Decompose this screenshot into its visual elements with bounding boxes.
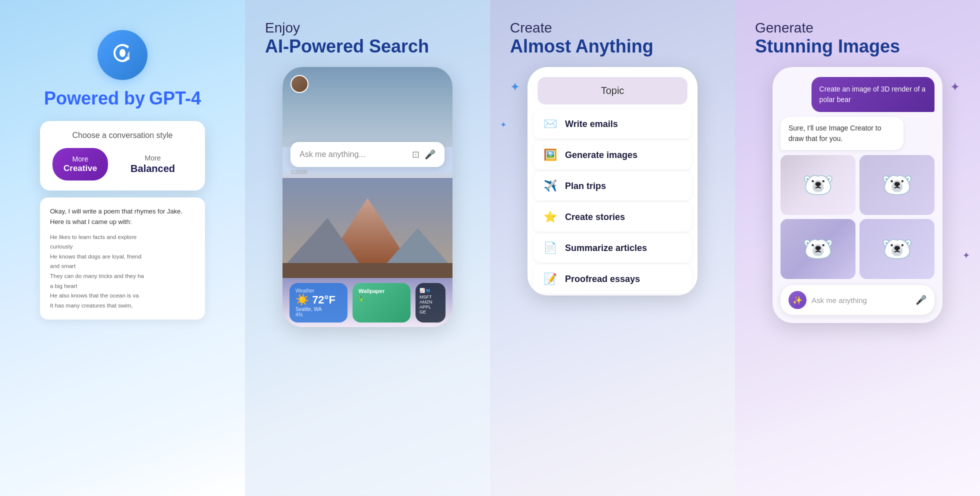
poem-card: Okay, I will write a poem that rhymes fo… [40, 198, 205, 320]
panel-1: Powered by GPT-4 Choose a conversation s… [0, 0, 245, 496]
panel-4: Generate Stunning Images ✦ ✦ Create an i… [735, 0, 980, 496]
menu-item-plan-trips[interactable]: ✈️ Plan trips [534, 172, 692, 200]
bing-logo [98, 30, 148, 80]
generated-image-4: 🐻‍❄️ [860, 219, 934, 279]
phone-mockup-2: Ask me anything... ⊡ 🎤 1/2000 [282, 67, 452, 327]
panel4-header: Generate Stunning Images [750, 20, 965, 57]
menu-item-summarize-articles[interactable]: 📄 Summarize articles [534, 234, 692, 262]
user-chat-bubble: Create an image of 3D render of a polar … [812, 77, 934, 112]
generated-images-grid: 🐻‍❄️ 🐻‍❄️ 🐻‍❄️ 🐻‍❄️ [780, 155, 934, 279]
generated-image-2: 🐻‍❄️ [860, 155, 934, 215]
widgets-row: Weather ☀️ 72°F Seattle, WA 4% Wallpaper… [282, 278, 452, 327]
menu-item-create-stories[interactable]: ⭐ Create stories [534, 202, 692, 232]
panel-3: Create Almost Anything ✦ ✦ Topic ✉️ Writ… [490, 0, 735, 496]
search-bar[interactable]: Ask me anything... ⊡ 🎤 [290, 142, 444, 167]
menu-item-proofread-essays[interactable]: 📝 Proofread essays [534, 264, 692, 294]
powered-by-text: Powered by GPT-4 [44, 88, 201, 109]
proofread-icon: 📝 [544, 272, 557, 286]
sparkle-star-1: ✦ [510, 80, 520, 94]
camera-icon[interactable]: ⊡ [412, 149, 420, 160]
generated-image-3: 🐻‍❄️ [780, 219, 856, 279]
stories-icon: ⭐ [544, 210, 557, 224]
sparkle-star-4: ✦ [962, 250, 970, 261]
input-mic-icon[interactable]: 🎤 [916, 294, 926, 306]
phone-top-area [282, 67, 452, 147]
email-icon: ✉️ [544, 118, 557, 130]
poem-lines: He likes to learn facts and explore curi… [50, 232, 195, 310]
svg-rect-5 [282, 263, 452, 278]
mountain-image [282, 178, 452, 278]
search-counter: 1/2000 [282, 169, 452, 178]
mic-icon[interactable]: 🎤 [424, 149, 436, 160]
summarize-icon: 📄 [544, 242, 557, 254]
phone-mockup-3: Topic ✉️ Write emails 🖼️ Generate images… [528, 67, 698, 296]
polar-bear-render-2: 🐻‍❄️ [860, 155, 934, 215]
trips-icon: ✈️ [544, 180, 557, 192]
topic-pill: Topic [538, 77, 688, 104]
magic-wand-icon: ✨ [788, 291, 806, 309]
ai-chat-bubble: Sure, I'll use Image Creator to draw tha… [780, 117, 904, 150]
phone-mockup-4: Create an image of 3D render of a polar … [772, 67, 942, 323]
sparkle-star-3: ✦ [950, 80, 960, 94]
conversation-title: Choose a conversation style [52, 131, 192, 140]
wallpaper-widget: Wallpaper 🦜 [352, 283, 410, 322]
ask-input-bar[interactable]: ✨ Ask me anything 🎤 [780, 285, 934, 315]
polar-bear-render-1: 🐻‍❄️ [780, 155, 856, 215]
image-gen-icon: 🖼️ [544, 148, 557, 162]
btn-balanced[interactable]: More Balanced [113, 154, 192, 174]
generated-image-1: 🐻‍❄️ [780, 155, 856, 215]
weather-temp: ☀️ 72°F [296, 294, 342, 306]
polar-bear-render-4: 🐻‍❄️ [860, 219, 934, 279]
panel2-header: Enjoy AI-Powered Search [260, 20, 475, 57]
conversation-card: Choose a conversation style More Creativ… [40, 121, 205, 190]
sparkle-star-2: ✦ [500, 120, 506, 130]
stocks-widget: 📈 M MSFT AMZN APPL GE [416, 283, 446, 322]
panel3-header: Create Almost Anything [505, 20, 720, 57]
logo-area: Powered by GPT-4 [44, 30, 201, 109]
svg-point-0 [120, 49, 126, 57]
user-avatar [290, 75, 308, 93]
btn-creative[interactable]: More Creative [52, 148, 108, 180]
panel-2: Enjoy AI-Powered Search Ask me anything.… [245, 0, 490, 496]
polar-bear-render-3: 🐻‍❄️ [780, 219, 856, 279]
weather-widget: Weather ☀️ 72°F Seattle, WA 4% [290, 283, 348, 322]
menu-item-generate-images[interactable]: 🖼️ Generate images [534, 140, 692, 170]
menu-item-write-emails[interactable]: ✉️ Write emails [534, 110, 692, 138]
